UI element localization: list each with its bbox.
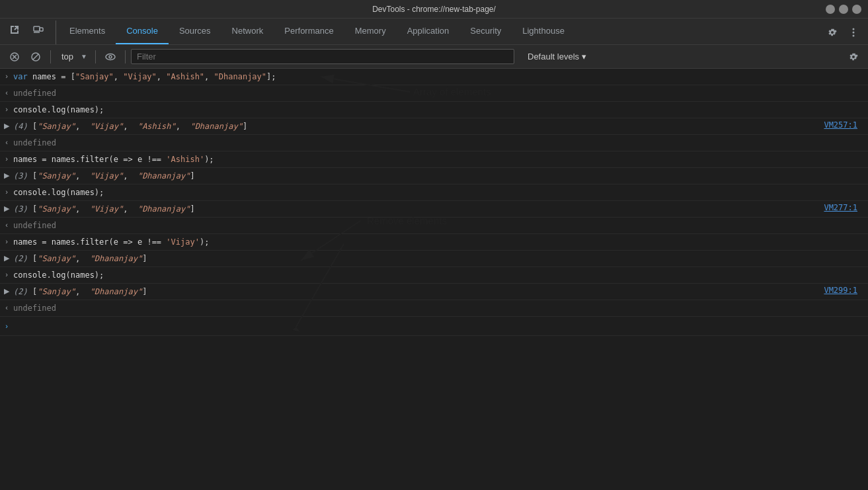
context-select-input[interactable]: top: [56, 50, 90, 63]
output-arrow: ‹: [0, 86, 13, 99]
code-line: names = names.filter(e => e !== 'Ashish'…: [13, 152, 868, 167]
restore-button[interactable]: ✕: [852, 5, 861, 14]
console-settings-button[interactable]: [844, 48, 863, 66]
console-line: › console.log(names);: [0, 102, 868, 118]
svg-point-11: [106, 54, 115, 60]
output-arrow: ‹: [0, 218, 13, 231]
console-line: › var names = ["Sanjay", "Vijay", "Ashis…: [0, 69, 868, 85]
result-line: undefined: [13, 86, 868, 101]
toolbar-separator-3: [125, 50, 126, 63]
context-selector[interactable]: top ▼: [56, 50, 90, 63]
tab-security[interactable]: Security: [459, 18, 512, 44]
array-output: (2) ["Sanjay", "Dhananjay"]: [13, 251, 868, 266]
console-toolbar: top ▼ Default levels ▾: [0, 45, 868, 69]
expand-arrow[interactable]: ▶: [0, 119, 13, 132]
input-arrow[interactable]: ›: [0, 185, 13, 198]
filter-input[interactable]: [131, 49, 514, 64]
window-title: DevTools - chrome://new-tab-page/: [372, 5, 496, 14]
vm-link[interactable]: VM257:1: [824, 119, 868, 131]
cursor-arrow: ›: [0, 319, 13, 333]
cursor-line[interactable]: ›: [0, 317, 868, 336]
console-line: ‹ undefined: [0, 300, 868, 317]
input-arrow[interactable]: ›: [0, 235, 13, 248]
tab-sources[interactable]: Sources: [169, 18, 221, 44]
console-line: ▶ (4) ["Sanjay", "Vijay", "Ashish", "Dha…: [0, 118, 868, 135]
input-arrow[interactable]: ›: [0, 152, 13, 165]
svg-point-4: [853, 32, 855, 34]
tab-console[interactable]: Console: [116, 18, 169, 44]
console-line: ‹ undefined: [0, 135, 868, 151]
block-icon[interactable]: [26, 48, 45, 66]
tab-elements[interactable]: Elements: [59, 18, 116, 44]
window-controls: ─ □ ✕: [826, 5, 861, 14]
svg-line-10: [33, 54, 39, 60]
tab-lighthouse[interactable]: Lighthouse: [512, 18, 575, 44]
array-output: (2) ["Sanjay", "Dhananjay"]: [13, 284, 824, 299]
svg-rect-0: [34, 26, 40, 31]
toolbar-separator-1: [50, 50, 51, 63]
devtools-icons: [5, 20, 56, 44]
svg-point-12: [109, 56, 112, 58]
input-arrow[interactable]: ›: [0, 69, 13, 83]
expand-arrow[interactable]: ▶: [0, 251, 13, 265]
console-line: › names = names.filter(e => e !== 'Ashis…: [0, 151, 868, 168]
result-line: undefined: [13, 136, 868, 150]
console-line: › console.log(names);: [0, 267, 868, 284]
levels-select-input[interactable]: Default levels ▾: [522, 50, 602, 63]
console-line: ▶ (3) ["Sanjay", "Vijay", "Dhananjay"]: [0, 168, 868, 184]
maximize-button[interactable]: □: [839, 5, 848, 14]
console-line: › console.log(names);: [0, 184, 868, 201]
console-content: › var names = ["Sanjay", "Vijay", "Ashis…: [0, 69, 868, 490]
title-bar: DevTools - chrome://new-tab-page/ ─ □ ✕: [0, 0, 868, 19]
console-line: ▶ (3) ["Sanjay", "Vijay", "Dhananjay"] V…: [0, 201, 868, 218]
code-line: names = names.filter(e => e !== 'Vijay')…: [13, 235, 868, 249]
levels-selector[interactable]: Default levels ▾: [522, 50, 602, 63]
more-options-icon[interactable]: [844, 23, 863, 42]
input-arrow[interactable]: ›: [0, 268, 13, 281]
tab-performance[interactable]: Performance: [274, 18, 344, 44]
console-line: › names = names.filter(e => e !== 'Vijay…: [0, 234, 868, 251]
output-arrow: ‹: [0, 136, 13, 149]
toolbar-separator-2: [95, 50, 96, 63]
tab-network[interactable]: Network: [221, 18, 274, 44]
vm-link[interactable]: VM299:1: [824, 284, 868, 296]
expand-arrow[interactable]: ▶: [0, 202, 13, 215]
array-output: (4) ["Sanjay", "Vijay", "Ashish", "Dhana…: [13, 119, 824, 134]
minimize-button[interactable]: ─: [826, 5, 835, 14]
output-arrow: ‹: [0, 301, 13, 314]
cursor-input: [13, 319, 868, 322]
expand-arrow[interactable]: ▶: [0, 169, 13, 182]
console-line: ▶ (2) ["Sanjay", "Dhananjay"]: [0, 251, 868, 267]
svg-rect-1: [40, 28, 43, 31]
array-output: (3) ["Sanjay", "Vijay", "Dhananjay"]: [13, 202, 824, 216]
svg-point-5: [853, 35, 855, 37]
code-line: console.log(names);: [13, 185, 868, 200]
tab-bar-right: [823, 23, 868, 44]
tab-memory[interactable]: Memory: [344, 18, 397, 44]
vm-link[interactable]: VM277:1: [824, 202, 868, 214]
device-icon[interactable]: [29, 20, 48, 39]
svg-point-3: [853, 28, 855, 30]
input-arrow[interactable]: ›: [0, 102, 13, 116]
expand-arrow[interactable]: ▶: [0, 284, 13, 298]
array-output: (3) ["Sanjay", "Vijay", "Dhananjay"]: [13, 169, 868, 183]
settings-icon[interactable]: [823, 23, 842, 42]
inspect-icon[interactable]: [5, 20, 24, 39]
code-line: console.log(names);: [13, 102, 868, 117]
console-line: ▶ (2) ["Sanjay", "Dhananjay"] VM299:1: [0, 284, 868, 300]
console-line: ‹ undefined: [0, 85, 868, 102]
code-line: console.log(names);: [13, 268, 868, 282]
tab-bar: Elements Console Sources Network Perform…: [0, 19, 868, 45]
console-line: ‹ undefined: [0, 218, 868, 234]
clear-console-button[interactable]: [5, 48, 24, 66]
eye-icon[interactable]: [101, 48, 120, 66]
result-line: undefined: [13, 301, 868, 315]
code-line: var names = ["Sanjay", "Vijay", "Ashish"…: [13, 69, 868, 84]
result-line: undefined: [13, 218, 868, 233]
tab-application[interactable]: Application: [397, 18, 460, 44]
